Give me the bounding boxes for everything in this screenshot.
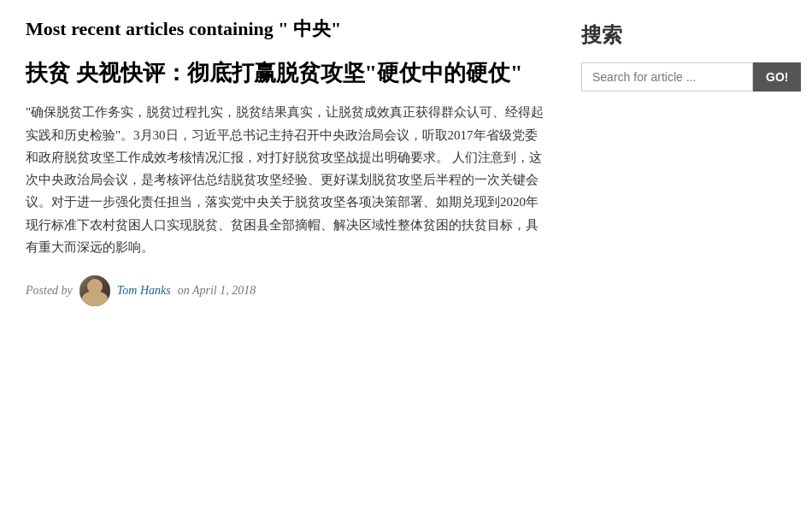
page-layout: Most recent articles containing " 中央" 扶贫… [26, 17, 786, 306]
search-row: GO! [581, 62, 786, 92]
posted-by-row: Posted by Tom Hanks on April 1, 2018 [26, 275, 547, 306]
author-name[interactable]: Tom Hanks [117, 284, 171, 298]
post-date: on April 1, 2018 [178, 284, 256, 298]
article-title: 扶贫 央视快评：彻底打赢脱贫攻坚"硬仗中的硬仗" [26, 59, 547, 88]
page-title: Most recent articles containing " 中央" [26, 17, 547, 42]
search-input[interactable] [581, 62, 753, 92]
sidebar: 搜索 GO! [581, 17, 786, 92]
article-body: "确保脱贫工作务实，脱贫过程扎实，脱贫结果真实，让脱贫成效真正获得群众认可、经得… [26, 101, 547, 258]
main-content: Most recent articles containing " 中央" 扶贫… [26, 17, 547, 306]
sidebar-title: 搜索 [581, 21, 786, 49]
avatar [79, 275, 110, 306]
posted-by-label: Posted by [26, 284, 73, 298]
search-button[interactable]: GO! [753, 62, 801, 92]
